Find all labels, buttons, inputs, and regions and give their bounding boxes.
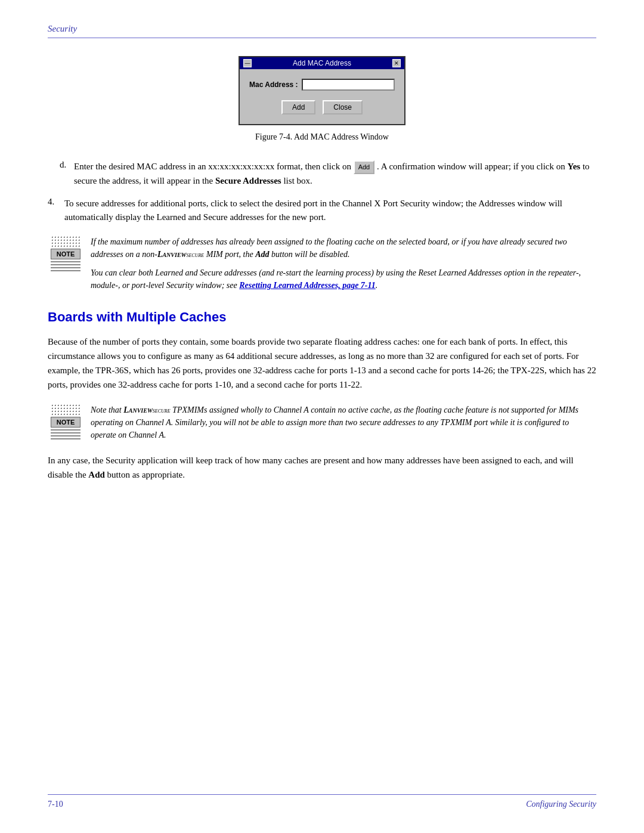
note-line: [51, 270, 80, 271]
note3-text: Note that Lanviewsecure TPXMIMs assigned…: [91, 405, 578, 439]
note-line: [51, 438, 80, 439]
list-content-d: Enter the desired MAC address in an xx:x…: [74, 160, 596, 187]
note1-lanview: Lanview: [157, 250, 187, 259]
note-icon-1: NOTE: [48, 236, 83, 292]
numbered-item-4: 4. To secure addresses for additional po…: [48, 197, 596, 224]
note-box-1: NOTE If the maximum number of addresses …: [48, 236, 596, 292]
note2-link[interactable]: Resetting Learned Addresses, page 7-11: [239, 281, 376, 290]
item-d-text2: . A confirmation window will appear; if …: [377, 162, 565, 171]
body-para1: Because of the number of ports they cont…: [48, 335, 596, 392]
numbered-label-4: 4.: [48, 197, 64, 224]
mac-address-field-row: Mac Address :: [249, 79, 395, 91]
numbered-content-4: To secure addresses for additional ports…: [64, 197, 596, 224]
page-footer: 7-10 Configuring Security: [48, 794, 596, 809]
window-close-icon[interactable]: ✕: [392, 59, 401, 67]
mac-address-input[interactable]: [302, 79, 395, 91]
mac-address-label: Mac Address :: [249, 80, 298, 89]
list-label-d: d.: [60, 160, 74, 187]
note-label-1: NOTE: [51, 249, 80, 259]
window-titlebar: — Add MAC Address ✕: [240, 57, 404, 69]
note-line: [51, 429, 80, 431]
body-para2: In any case, the Security application wi…: [48, 453, 596, 482]
figure-caption: Figure 7-4. Add MAC Address Window: [255, 132, 389, 142]
list-item-d: d. Enter the desired MAC address in an x…: [48, 160, 596, 187]
item-d-inline-add: Add: [354, 160, 375, 174]
window-buttons-row: Add Close: [249, 100, 395, 114]
note2-post: .: [376, 281, 378, 290]
note-content-1: If the maximum number of addresses has a…: [91, 236, 596, 292]
note-label-2: NOTE: [51, 417, 80, 428]
note-line: [51, 432, 80, 433]
page-header: Security: [48, 24, 596, 38]
item-d-text1: Enter the desired MAC address in an xx:x…: [74, 162, 351, 171]
note-dots-1: [51, 236, 80, 247]
close-button[interactable]: Close: [323, 100, 363, 114]
page-container: Security — Add MAC Address ✕ Mac Address…: [0, 0, 644, 833]
item-d-secure-addresses: Secure Addresses: [215, 176, 281, 185]
add-button[interactable]: Add: [281, 100, 315, 114]
note-content-2: Note that Lanviewsecure TPXMIMs assigned…: [91, 404, 596, 441]
note1-secure: secure: [186, 251, 204, 258]
body-para2-add: Add: [88, 470, 105, 479]
note1-add: Add: [255, 250, 269, 259]
window-title: Add MAC Address: [293, 59, 351, 67]
note3-secure: secure: [153, 407, 171, 414]
note-text-2: You can clear both Learned and Secure ad…: [91, 267, 596, 292]
note-dots-2: [51, 404, 80, 416]
footer-section-title: Configuring Security: [526, 800, 596, 809]
item-d-text4: list box.: [283, 176, 312, 185]
window-minimize-icon[interactable]: —: [243, 59, 252, 67]
note-box-2: NOTE Note that Lanviewsecure TPXMIMs ass…: [48, 404, 596, 441]
note-line: [51, 261, 80, 262]
mac-address-window: — Add MAC Address ✕ Mac Address : Add Cl…: [239, 56, 405, 125]
body-para2-end: button as appropriate.: [107, 470, 185, 479]
note1-detail: If the maximum number of addresses has a…: [91, 237, 567, 259]
section-heading-boards: Boards with Multiple Caches: [48, 309, 596, 325]
footer-page-number: 7-10: [48, 800, 63, 809]
note-line: [51, 264, 80, 265]
window-body: Mac Address : Add Close: [240, 69, 404, 124]
note-lines-2: [51, 429, 80, 441]
header-title: Security: [48, 24, 77, 34]
item-d-yes: Yes: [568, 162, 581, 171]
note-text-1: If the maximum number of addresses has a…: [91, 236, 596, 261]
note3-lanview: Lanview: [123, 405, 153, 414]
note-icon-2: NOTE: [48, 404, 83, 441]
note-lines-1: [51, 261, 80, 273]
figure-container: — Add MAC Address ✕ Mac Address : Add Cl…: [48, 56, 596, 142]
note-line: [51, 435, 80, 436]
note-line: [51, 267, 80, 268]
